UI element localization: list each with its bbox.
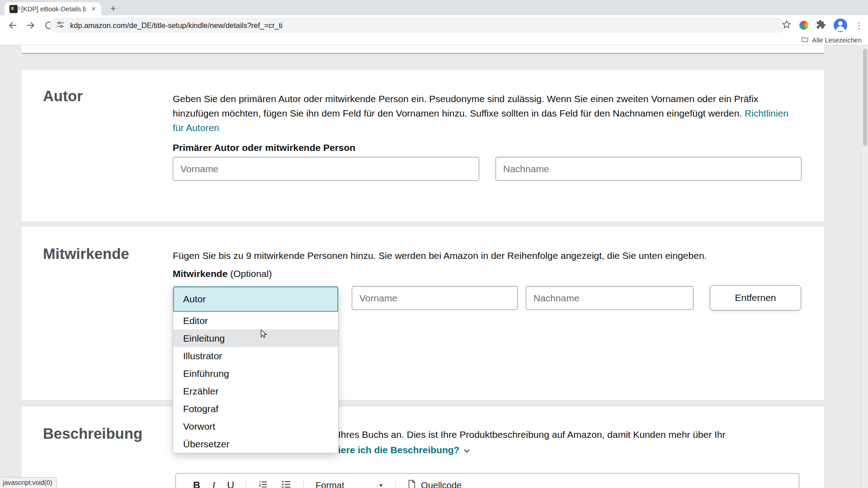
dropdown-option-uebersetzer[interactable]: Übersetzer	[173, 435, 338, 453]
dropdown-option-einfuehrung[interactable]: Einführung	[173, 365, 338, 382]
format-dropdown[interactable]: Format ▼	[316, 480, 383, 488]
mitwirkende-description: Fügen Sie bis zu 9 mitwirkende Personen …	[173, 249, 801, 263]
mitwirkende-heading: Mitwirkende	[43, 246, 129, 262]
previous-section-bottom	[22, 45, 824, 54]
italic-button[interactable]: I	[212, 479, 215, 488]
toolbar-actions: ⋮	[782, 15, 863, 35]
mitwirkende-field-label: Mitwirkende (Optional)	[173, 268, 272, 279]
dropdown-option-einleitung[interactable]: Einleitung	[173, 329, 338, 347]
source-code-icon[interactable]	[407, 479, 416, 488]
dropdown-option-vorwort[interactable]: Vorwort	[173, 418, 338, 435]
caret-down-icon: ▼	[378, 483, 383, 488]
kdp-favicon-icon	[9, 5, 18, 13]
dropdown-selected-option[interactable]: Autor	[173, 286, 338, 312]
chevron-down-icon	[464, 447, 470, 453]
browser-tab[interactable]: [KDP] eBook-Details bearbei ×	[5, 2, 101, 15]
mitwirkende-section: Mitwirkende Fügen Sie bis zu 9 mitwirken…	[22, 227, 824, 400]
contributor-role-dropdown: Autor Editor Einleitung Illustrator Einf…	[173, 286, 339, 453]
toolbar-separator	[395, 479, 396, 488]
dropdown-option-editor[interactable]: Editor	[173, 312, 338, 329]
page-content: Autor Geben Sie den primären Autor oder …	[0, 45, 868, 488]
site-settings-icon[interactable]	[56, 20, 65, 31]
mitwirkende-label-bold: Mitwirkende	[173, 268, 227, 279]
forward-icon[interactable]	[25, 20, 36, 31]
beschreibung-section: Beschreibung Ihres Buchs an. Dies ist Ih…	[22, 407, 824, 488]
editor-toolbar: B I U Format ▼	[176, 474, 799, 488]
toolbar-separator	[303, 479, 304, 488]
beschreibung-help-link[interactable]: iere ich die Beschreibung?	[338, 445, 469, 455]
menu-kebab-icon[interactable]: ⋮	[855, 20, 863, 31]
bold-button[interactable]: B	[193, 479, 200, 488]
bullet-list-icon[interactable]	[281, 479, 292, 488]
all-bookmarks-button[interactable]: Alle Lesezeichen	[801, 35, 862, 45]
nav-buttons	[5, 15, 54, 35]
status-bar: javascript:void(0)	[0, 477, 57, 488]
url-text: kdp.amazon.com/de_DE/title-setup/kindle/…	[70, 21, 283, 30]
tab-strip: [KDP] eBook-Details bearbei × +	[0, 0, 868, 15]
autor-description: Geben Sie den primären Autor oder mitwir…	[173, 92, 801, 135]
autor-section: Autor Geben Sie den primären Autor oder …	[22, 70, 824, 221]
browser-window: [KDP] eBook-Details bearbei × + kdp.amaz…	[0, 0, 868, 488]
contributor-vorname-input[interactable]	[352, 286, 518, 310]
address-bar[interactable]: kdp.amazon.com/de_DE/title-setup/kindle/…	[50, 18, 784, 33]
primary-author-label: Primärer Autor oder mitwirkende Person	[173, 142, 355, 153]
dropdown-option-fotograf[interactable]: Fotograf	[173, 400, 338, 418]
profile-avatar[interactable]	[834, 19, 847, 32]
beschreibung-heading: Beschreibung	[43, 426, 142, 442]
scrollbar-thumb[interactable]	[863, 49, 867, 146]
back-icon[interactable]	[7, 20, 18, 31]
bookmarks-bar: Alle Lesezeichen	[0, 35, 868, 45]
autor-heading: Autor	[43, 88, 83, 104]
tab-close-icon[interactable]: ×	[90, 5, 98, 13]
folder-icon	[801, 36, 809, 45]
mouse-cursor	[259, 329, 269, 341]
toolbar-separator	[246, 479, 246, 488]
author-vorname-input[interactable]	[173, 157, 479, 181]
numbered-list-icon[interactable]	[258, 479, 269, 488]
extensions-puzzle-icon[interactable]	[816, 19, 826, 31]
beschreibung-description-fragment: Ihres Buchs an. Dies ist Ihre Produktbes…	[338, 429, 726, 440]
description-editor[interactable]: B I U Format ▼	[175, 473, 799, 488]
dropdown-option-illustrator[interactable]: Illustrator	[173, 347, 338, 365]
contributor-nachname-input[interactable]	[526, 286, 693, 310]
new-tab-button[interactable]: +	[108, 3, 119, 14]
page-scrollbar[interactable]	[861, 45, 868, 488]
mitwirkende-label-optional: (Optional)	[227, 268, 272, 279]
all-bookmarks-label: Alle Lesezeichen	[812, 37, 862, 44]
author-nachname-input[interactable]	[495, 157, 802, 181]
bookmark-star-icon[interactable]	[782, 19, 792, 31]
tab-title: [KDP] eBook-Details bearbei	[21, 5, 86, 13]
format-dropdown-label: Format	[316, 480, 344, 488]
dropdown-option-erzaehler[interactable]: Erzähler	[173, 382, 338, 400]
quellcode-button[interactable]: Quellcode	[421, 480, 462, 488]
extension-icon[interactable]	[799, 21, 808, 30]
underline-button[interactable]: U	[227, 479, 234, 488]
autor-description-text: Geben Sie den primären Autor oder mitwir…	[173, 94, 758, 118]
beschreibung-help-link-text: iere ich die Beschreibung?	[338, 445, 459, 455]
remove-contributor-button[interactable]: Entfernen	[710, 285, 801, 310]
